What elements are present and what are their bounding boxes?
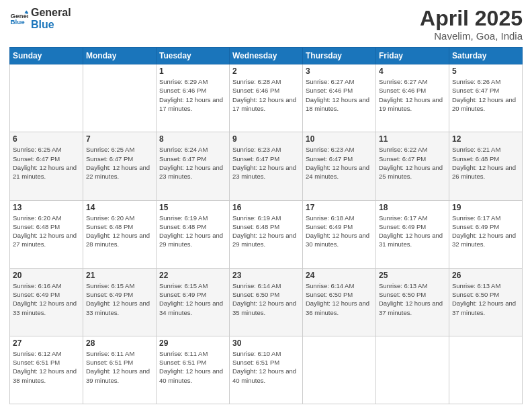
calendar-cell: 23Sunrise: 6:14 AM Sunset: 6:50 PM Dayli… [230, 268, 303, 336]
day-number: 26 [452, 271, 519, 280]
day-info: Sunrise: 6:20 AM Sunset: 6:48 PM Dayligh… [13, 214, 80, 249]
calendar-cell [303, 336, 376, 404]
calendar-cell: 13Sunrise: 6:20 AM Sunset: 6:48 PM Dayli… [10, 200, 83, 268]
calendar-week-row: 1Sunrise: 6:29 AM Sunset: 6:46 PM Daylig… [10, 64, 523, 132]
day-info: Sunrise: 6:25 AM Sunset: 6:47 PM Dayligh… [13, 145, 80, 181]
calendar-cell: 5Sunrise: 6:26 AM Sunset: 6:47 PM Daylig… [449, 64, 523, 132]
weekday-header-sunday: Sunday [10, 48, 83, 64]
day-number: 11 [379, 134, 446, 144]
day-info: Sunrise: 6:10 AM Sunset: 6:51 PM Dayligh… [232, 349, 300, 385]
day-info: Sunrise: 6:29 AM Sunset: 6:46 PM Dayligh… [159, 77, 226, 113]
logo: General Blue General Blue [9, 7, 71, 30]
day-number: 4 [379, 66, 446, 76]
day-info: Sunrise: 6:17 AM Sunset: 6:49 PM Dayligh… [452, 214, 519, 249]
logo-blue: Blue [31, 19, 71, 31]
day-info: Sunrise: 6:16 AM Sunset: 6:49 PM Dayligh… [13, 281, 80, 317]
calendar-cell: 2Sunrise: 6:28 AM Sunset: 6:46 PM Daylig… [230, 64, 303, 132]
calendar-cell: 1Sunrise: 6:29 AM Sunset: 6:46 PM Daylig… [157, 64, 230, 132]
calendar-cell: 16Sunrise: 6:19 AM Sunset: 6:48 PM Dayli… [230, 200, 303, 268]
calendar-week-row: 27Sunrise: 6:12 AM Sunset: 6:51 PM Dayli… [10, 336, 523, 404]
calendar-cell: 26Sunrise: 6:13 AM Sunset: 6:50 PM Dayli… [449, 268, 523, 336]
calendar-cell: 8Sunrise: 6:24 AM Sunset: 6:47 PM Daylig… [157, 132, 230, 200]
calendar-cell: 11Sunrise: 6:22 AM Sunset: 6:47 PM Dayli… [376, 132, 449, 200]
day-info: Sunrise: 6:15 AM Sunset: 6:49 PM Dayligh… [159, 281, 226, 317]
calendar-cell: 17Sunrise: 6:18 AM Sunset: 6:49 PM Dayli… [303, 200, 376, 268]
calendar-cell: 4Sunrise: 6:27 AM Sunset: 6:46 PM Daylig… [376, 64, 449, 132]
day-number: 8 [159, 134, 226, 144]
calendar-week-row: 20Sunrise: 6:16 AM Sunset: 6:49 PM Dayli… [10, 268, 523, 336]
day-info: Sunrise: 6:12 AM Sunset: 6:51 PM Dayligh… [13, 349, 80, 385]
calendar-cell: 10Sunrise: 6:23 AM Sunset: 6:47 PM Dayli… [303, 132, 376, 200]
day-number: 27 [13, 338, 80, 348]
day-info: Sunrise: 6:13 AM Sunset: 6:50 PM Dayligh… [379, 281, 446, 317]
day-number: 12 [452, 134, 519, 144]
day-info: Sunrise: 6:18 AM Sunset: 6:49 PM Dayligh… [306, 214, 373, 249]
calendar-cell: 22Sunrise: 6:15 AM Sunset: 6:49 PM Dayli… [157, 268, 230, 336]
calendar-cell: 24Sunrise: 6:14 AM Sunset: 6:50 PM Dayli… [303, 268, 376, 336]
calendar-week-row: 13Sunrise: 6:20 AM Sunset: 6:48 PM Dayli… [10, 200, 523, 268]
calendar-cell [449, 336, 523, 404]
calendar-cell: 12Sunrise: 6:21 AM Sunset: 6:48 PM Dayli… [449, 132, 523, 200]
day-number: 2 [232, 66, 300, 76]
day-number: 14 [86, 203, 153, 212]
weekday-header-wednesday: Wednesday [230, 48, 303, 64]
header: General Blue General Blue April 2025 Nav… [9, 7, 523, 42]
calendar-cell: 3Sunrise: 6:27 AM Sunset: 6:46 PM Daylig… [303, 64, 376, 132]
calendar-cell: 29Sunrise: 6:11 AM Sunset: 6:51 PM Dayli… [157, 336, 230, 404]
day-number: 5 [452, 66, 519, 76]
calendar-cell: 7Sunrise: 6:25 AM Sunset: 6:47 PM Daylig… [83, 132, 157, 200]
day-number: 29 [159, 338, 226, 348]
day-info: Sunrise: 6:24 AM Sunset: 6:47 PM Dayligh… [159, 145, 226, 181]
day-number: 23 [232, 271, 300, 280]
weekday-header-friday: Friday [376, 48, 449, 64]
day-info: Sunrise: 6:14 AM Sunset: 6:50 PM Dayligh… [306, 281, 373, 317]
day-number: 20 [13, 271, 80, 280]
calendar-table: SundayMondayTuesdayWednesdayThursdayFrid… [9, 47, 523, 404]
calendar-cell: 14Sunrise: 6:20 AM Sunset: 6:48 PM Dayli… [83, 200, 157, 268]
day-number: 3 [306, 66, 373, 76]
day-number: 10 [306, 134, 373, 144]
calendar-cell: 18Sunrise: 6:17 AM Sunset: 6:49 PM Dayli… [376, 200, 449, 268]
calendar-cell: 19Sunrise: 6:17 AM Sunset: 6:49 PM Dayli… [449, 200, 523, 268]
calendar-cell: 28Sunrise: 6:11 AM Sunset: 6:51 PM Dayli… [83, 336, 157, 404]
weekday-header-saturday: Saturday [449, 48, 523, 64]
weekday-header-thursday: Thursday [303, 48, 376, 64]
calendar-cell [83, 64, 157, 132]
day-number: 25 [379, 271, 446, 280]
svg-text:Blue: Blue [10, 18, 25, 26]
day-info: Sunrise: 6:22 AM Sunset: 6:47 PM Dayligh… [379, 145, 446, 181]
weekday-header-tuesday: Tuesday [157, 48, 230, 64]
calendar-cell: 6Sunrise: 6:25 AM Sunset: 6:47 PM Daylig… [10, 132, 83, 200]
day-info: Sunrise: 6:19 AM Sunset: 6:48 PM Dayligh… [159, 214, 226, 249]
day-number: 28 [86, 338, 153, 348]
logo-icon: General Blue [9, 9, 28, 28]
day-info: Sunrise: 6:26 AM Sunset: 6:47 PM Dayligh… [452, 77, 519, 113]
calendar-cell: 30Sunrise: 6:10 AM Sunset: 6:51 PM Dayli… [230, 336, 303, 404]
day-number: 22 [159, 271, 226, 280]
day-info: Sunrise: 6:28 AM Sunset: 6:46 PM Dayligh… [232, 77, 300, 113]
day-number: 1 [159, 66, 226, 76]
day-info: Sunrise: 6:14 AM Sunset: 6:50 PM Dayligh… [232, 281, 300, 317]
day-info: Sunrise: 6:13 AM Sunset: 6:50 PM Dayligh… [452, 281, 519, 317]
calendar-cell: 21Sunrise: 6:15 AM Sunset: 6:49 PM Dayli… [83, 268, 157, 336]
day-number: 7 [86, 134, 153, 144]
day-number: 24 [306, 271, 373, 280]
day-number: 19 [452, 203, 519, 212]
day-number: 9 [232, 134, 300, 144]
day-info: Sunrise: 6:27 AM Sunset: 6:46 PM Dayligh… [379, 77, 446, 113]
day-number: 21 [86, 271, 153, 280]
calendar-cell: 20Sunrise: 6:16 AM Sunset: 6:49 PM Dayli… [10, 268, 83, 336]
day-info: Sunrise: 6:17 AM Sunset: 6:49 PM Dayligh… [379, 214, 446, 249]
main-title: April 2025 [420, 7, 523, 30]
day-number: 18 [379, 203, 446, 212]
subtitle: Navelim, Goa, India [420, 30, 523, 42]
day-info: Sunrise: 6:27 AM Sunset: 6:46 PM Dayligh… [306, 77, 373, 113]
day-info: Sunrise: 6:25 AM Sunset: 6:47 PM Dayligh… [86, 145, 153, 181]
calendar-cell: 27Sunrise: 6:12 AM Sunset: 6:51 PM Dayli… [10, 336, 83, 404]
day-info: Sunrise: 6:19 AM Sunset: 6:48 PM Dayligh… [232, 214, 300, 249]
calendar-week-row: 6Sunrise: 6:25 AM Sunset: 6:47 PM Daylig… [10, 132, 523, 200]
calendar-cell [10, 64, 83, 132]
day-info: Sunrise: 6:20 AM Sunset: 6:48 PM Dayligh… [86, 214, 153, 249]
day-info: Sunrise: 6:11 AM Sunset: 6:51 PM Dayligh… [159, 349, 226, 385]
page: General Blue General Blue April 2025 Nav… [0, 0, 532, 411]
